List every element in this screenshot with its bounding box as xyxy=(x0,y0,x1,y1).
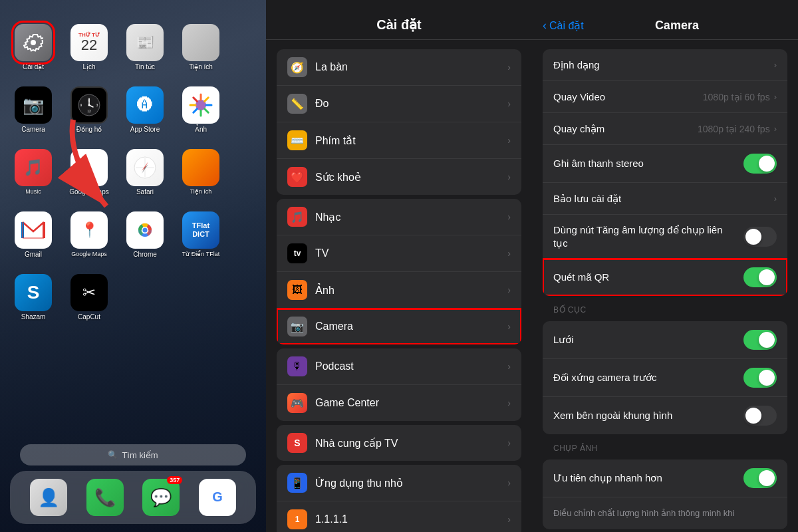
dock-contacts[interactable]: 👤 xyxy=(30,479,67,516)
settings-row-ungdungthu[interactable]: 📱 Ứng dụng thu nhỏ › xyxy=(277,465,521,501)
suckhoe-label: Sức khoẻ xyxy=(315,171,507,184)
widgets-icon xyxy=(182,149,219,186)
settings-row-camera[interactable]: 📷 Camera › xyxy=(277,309,521,344)
dungNut-toggle[interactable] xyxy=(743,227,777,247)
app-gmail[interactable]: Gmail xyxy=(7,207,60,267)
nhacungcaptv-label: Nhà cung cấp TV xyxy=(315,437,507,450)
xemBen-toggle[interactable] xyxy=(743,406,777,426)
suckhoe-chevron: › xyxy=(507,172,511,182)
messages-icon: 💬 357 xyxy=(142,479,180,516)
gamecenter-label: Game Center xyxy=(315,397,507,409)
camera-row-xemBen[interactable]: Xem bên ngoài khung hình xyxy=(543,397,787,434)
dock-phone[interactable]: 📞 xyxy=(86,479,124,516)
settings-group-3: 🎙 Podcast › 🎮 Game Center › xyxy=(277,348,521,421)
labàn-label: La bàn xyxy=(315,61,507,73)
app-utilities-label: Tiện ích xyxy=(189,63,213,70)
red-arrow xyxy=(53,106,186,226)
camera-row-quayCham[interactable]: Quay chậm 1080p tại 240 fps › xyxy=(543,113,787,145)
app-capcut-label: CapCut xyxy=(78,313,100,321)
svg-point-22 xyxy=(143,228,148,233)
phimtat-icon: ⌨️ xyxy=(287,130,307,150)
tv-chevron: › xyxy=(507,248,511,259)
dock-google[interactable]: G xyxy=(199,479,236,516)
camera-header: ‹ Cài đặt Camera xyxy=(532,0,798,40)
camera-settings-label: Camera xyxy=(315,321,507,332)
camera-row-baoLuu[interactable]: Bảo lưu cài đặt › xyxy=(543,183,787,215)
app-utilities[interactable]: Tiện ích xyxy=(174,20,227,80)
camera-row-quayVideo[interactable]: Quay Video 1080p tại 60 fps › xyxy=(543,81,787,113)
camera-settings-icon: 📷 xyxy=(287,317,307,336)
settings-list: 🧭 La bàn › 📏 Đo › ⌨️ Phím tắt › xyxy=(266,40,532,532)
quayVideo-label: Quay Video xyxy=(553,90,703,104)
back-button[interactable]: ‹ Cài đặt xyxy=(543,19,584,33)
settings-row-tv[interactable]: tv TV › xyxy=(277,235,521,272)
ghiAm-toggle[interactable] xyxy=(743,154,777,174)
camera-row-dinhDang[interactable]: Định dạng › xyxy=(543,49,787,81)
app-photos-label: Ảnh xyxy=(195,126,207,133)
1111-chevron: › xyxy=(507,514,511,525)
luoi-toggle[interactable] xyxy=(743,330,777,350)
quayVideo-chevron: › xyxy=(774,92,777,102)
settings-row-nhacungcaptv[interactable]: S Nhà cung cấp TV › xyxy=(277,425,521,461)
google-icon: G xyxy=(199,479,236,516)
do-icon: 📏 xyxy=(287,94,307,114)
settings-row-do[interactable]: 📏 Đo › xyxy=(277,86,521,122)
app-capcut[interactable]: ✂ CapCut xyxy=(63,270,116,330)
doiXung-toggle-knob xyxy=(759,370,775,386)
settings-row-podcast[interactable]: 🎙 Podcast › xyxy=(277,348,521,385)
news-icon: 📰 xyxy=(126,24,164,61)
camera-row-luoi[interactable]: Lưới xyxy=(543,321,787,359)
bo-cuc-group: Lưới Đối xứng camera trước Xem bên ngoài… xyxy=(543,321,787,434)
camera-row-dungNut[interactable]: Dùng nút Tăng âm lượng để chụp liên tục xyxy=(543,215,787,259)
settings-row-suckhoe[interactable]: ❤️ Sức khoẻ › xyxy=(277,159,521,195)
back-label: Cài đặt xyxy=(549,19,584,32)
dungNut-toggle-knob xyxy=(745,229,761,245)
quetMaQR-toggle[interactable] xyxy=(743,267,777,287)
app-news[interactable]: 📰 Tin tức xyxy=(118,20,172,80)
podcast-icon: 🎙 xyxy=(287,356,307,376)
app-settings[interactable]: Cài đặt xyxy=(7,20,60,80)
camera-row-dieuChinh: Điều chỉnh chất lượng hình ảnh thông min… xyxy=(543,497,787,529)
settings-row-labàn[interactable]: 🧭 La bàn › xyxy=(277,49,521,86)
xemBen-label: Xem bên ngoài khung hình xyxy=(553,409,743,422)
app-gmail-label: Gmail xyxy=(25,251,42,258)
app-music[interactable]: 🎵 Music xyxy=(7,145,60,205)
search-bar[interactable]: 🔍 Tìm kiếm xyxy=(20,444,246,466)
1111-label: 1.1.1.1 xyxy=(315,513,507,525)
doiXung-label: Đối xứng camera trước xyxy=(553,371,743,384)
do-label: Đo xyxy=(315,98,507,110)
camera-row-ghiAm[interactable]: Ghi âm thanh stereo xyxy=(543,145,787,183)
calendar-icon: THỨ TƯ 22 xyxy=(70,24,108,61)
luoi-label: Lưới xyxy=(553,333,743,346)
settings-row-phimtat[interactable]: ⌨️ Phím tắt › xyxy=(277,122,521,159)
camera-row-quetMaQR[interactable]: Quét mã QR xyxy=(543,259,787,296)
uuTien-toggle[interactable] xyxy=(743,468,777,488)
camera-row-uuTien[interactable]: Ưu tiên chụp nhanh hơn xyxy=(543,460,787,497)
dock-messages[interactable]: 💬 357 xyxy=(142,479,180,516)
settings-group-4: S Nhà cung cấp TV › xyxy=(277,425,521,461)
luoi-toggle-knob xyxy=(759,332,775,348)
dock: 👤 📞 💬 357 G xyxy=(10,471,256,524)
shazam-icon: S xyxy=(15,274,52,311)
ghiAm-toggle-knob xyxy=(759,156,775,172)
app-tflat-label: Từ Điển TFlat xyxy=(182,251,219,257)
back-chevron-icon: ‹ xyxy=(543,19,547,33)
anh-label: Ảnh xyxy=(315,284,507,297)
app-music-label: Music xyxy=(25,188,41,195)
svg-text:6: 6 xyxy=(88,98,90,102)
dieuChinh-label: Điều chỉnh chất lượng hình ảnh thông min… xyxy=(553,508,777,519)
settings-row-1111[interactable]: 1 1.1.1.1 › xyxy=(277,501,521,532)
app-calendar[interactable]: THỨ TƯ 22 Lịch xyxy=(63,20,116,80)
chup-anh-section-label: CHỤP ẢNH xyxy=(532,438,798,456)
app-chrome-label: Chrome xyxy=(133,251,157,258)
settings-row-gamecenter[interactable]: 🎮 Game Center › xyxy=(277,385,521,421)
settings-row-nhac[interactable]: 🎵 Nhạc › xyxy=(277,199,521,235)
app-empty1 xyxy=(118,270,172,330)
nhacungcaptv-icon: S xyxy=(287,433,307,453)
camera-row-doiXung[interactable]: Đối xứng camera trước xyxy=(543,359,787,397)
settings-row-anh[interactable]: 🖼 Ảnh › xyxy=(277,272,521,309)
app-shazam[interactable]: S Shazam xyxy=(7,270,60,330)
baoLuu-chevron: › xyxy=(774,194,777,203)
doiXung-toggle[interactable] xyxy=(743,368,777,388)
app-camera[interactable]: 📷 Camera xyxy=(7,82,60,142)
